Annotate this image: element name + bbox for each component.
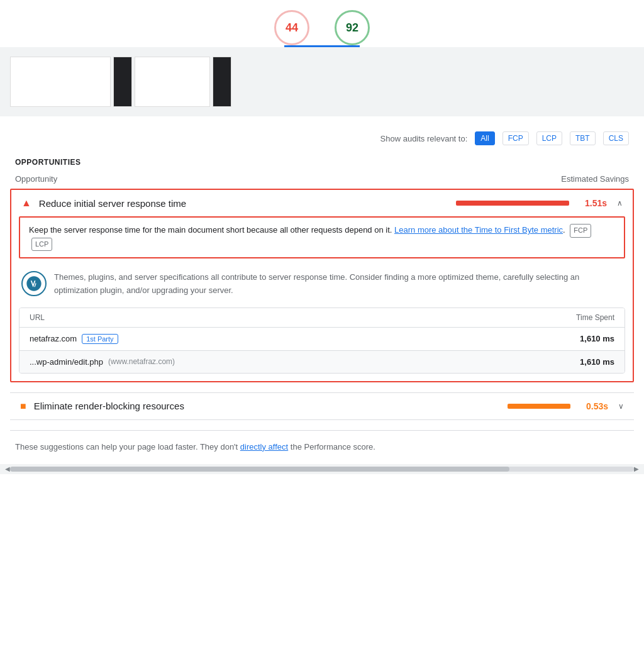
- scores-container: 44 92: [0, 0, 644, 45]
- scroll-left-icon[interactable]: ◀: [5, 465, 10, 472]
- opportunity-header-secondary[interactable]: ■ Eliminate render-blocking resources 0.…: [10, 392, 634, 420]
- desktop-score: 92: [335, 10, 370, 45]
- scrollbar-thumb[interactable]: [10, 467, 509, 472]
- first-party-badge: 1st Party: [82, 334, 118, 344]
- filter-fcp-button[interactable]: FCP: [502, 131, 529, 145]
- filter-all-button[interactable]: All: [475, 131, 494, 145]
- footer-note: These suggestions can help your page loa…: [0, 431, 644, 464]
- savings-value: 1.51s: [577, 198, 607, 208]
- url-table-row: netafraz.com 1st Party 1,610 ms: [19, 327, 625, 350]
- opportunity-card-server-response: ▲ Reduce initial server response time 1.…: [10, 189, 634, 382]
- url-text-2: ...wp-admin/edit.php: [30, 357, 103, 367]
- url-cell-1: netafraz.com 1st Party: [30, 334, 118, 344]
- directly-affect-link[interactable]: directly affect: [240, 442, 288, 452]
- render-blocking-title: Eliminate render-blocking resources: [34, 401, 500, 411]
- render-savings-bar: [508, 404, 570, 409]
- render-savings-value: 0.53s: [578, 401, 608, 411]
- thumbnail-1: [10, 57, 111, 107]
- opportunity-title: Reduce initial server response time: [39, 198, 448, 209]
- wp-description: Themes, plugins, and server specificatio…: [54, 271, 623, 297]
- lcp-badge: LCP: [31, 238, 52, 252]
- thumbnail-strip: [0, 47, 644, 116]
- col-savings: Estimated Savings: [561, 174, 629, 184]
- footer-text-before: These suggestions can help your page loa…: [15, 442, 238, 452]
- filter-lcp-button[interactable]: LCP: [536, 131, 562, 145]
- opportunities-table-header: Opportunity Estimated Savings: [0, 172, 644, 189]
- time-value-2: 1,610 ms: [580, 357, 614, 367]
- thumbnail-2: [113, 57, 132, 107]
- opportunities-section-title: OPPORTUNITIES: [0, 155, 644, 172]
- opportunity-header[interactable]: ▲ Reduce initial server response time 1.…: [11, 190, 633, 216]
- time-value-1: 1,610 ms: [580, 334, 614, 343]
- wp-info: Themes, plugins, and server specificatio…: [11, 266, 633, 308]
- learn-more-link[interactable]: Learn more about the Time to First Byte …: [394, 225, 563, 235]
- url-col-header: URL: [30, 313, 45, 322]
- url-table-row: ...wp-admin/edit.php (www.netafraz.com) …: [19, 350, 625, 373]
- filter-row: Show audits relevant to: All FCP LCP TBT…: [0, 126, 644, 155]
- wordpress-logo: [21, 271, 47, 296]
- filter-tbt-button[interactable]: TBT: [570, 131, 596, 145]
- chevron-down-icon: ∨: [618, 402, 624, 411]
- opportunity-card-render-blocking: ■ Eliminate render-blocking resources 0.…: [10, 392, 634, 420]
- thumbnail-3: [135, 57, 210, 107]
- url-table: URL Time Spent netafraz.com 1st Party 1,…: [19, 308, 625, 374]
- col-opportunity: Opportunity: [15, 174, 57, 184]
- scroll-right-icon[interactable]: ▶: [634, 465, 639, 472]
- thumbnail-4: [213, 57, 231, 107]
- url-table-header: URL Time Spent: [19, 308, 625, 327]
- domain-note: (www.netafraz.com): [108, 357, 175, 366]
- filter-label: Show audits relevant to:: [380, 134, 468, 143]
- url-text-1: netafraz.com: [30, 334, 77, 343]
- url-cell-2: ...wp-admin/edit.php (www.netafraz.com): [30, 357, 175, 367]
- savings-bar: [456, 201, 569, 206]
- chevron-up-icon: ∧: [617, 199, 623, 208]
- warning-icon: ▲: [21, 197, 31, 209]
- filter-cls-button[interactable]: CLS: [603, 131, 629, 145]
- warning-icon-orange: ■: [20, 401, 26, 412]
- scrollbar-track[interactable]: [10, 467, 634, 472]
- time-col-header: Time Spent: [576, 313, 614, 322]
- fcp-badge: FCP: [570, 224, 591, 238]
- mobile-score: 44: [274, 10, 309, 45]
- description-box: Keep the server response time for the ma…: [19, 216, 625, 258]
- scrollbar-area[interactable]: ◀ ▶: [0, 464, 644, 474]
- description-text: Keep the server response time for the ma…: [29, 225, 392, 235]
- footer-text-after: the Performance score.: [291, 442, 375, 452]
